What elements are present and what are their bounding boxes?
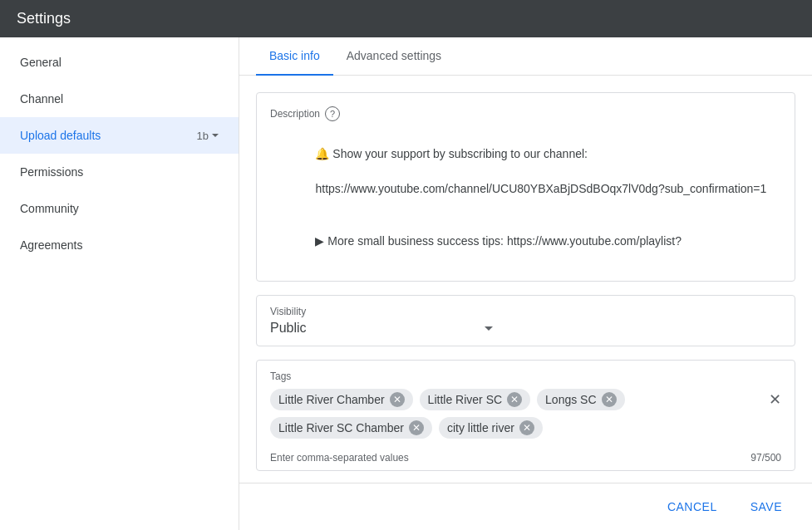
tag-remove-button[interactable]: ✕ [409, 420, 424, 435]
sidebar-item-label: Upload defaults [20, 129, 101, 142]
tag-label: city little river [447, 421, 514, 434]
tag-chip: city little river ✕ [439, 417, 543, 439]
save-button[interactable]: SAVE [737, 493, 795, 520]
tag-remove-button[interactable]: ✕ [519, 420, 534, 435]
dialog-footer: CANCEL SAVE [239, 483, 812, 530]
description-text[interactable]: 🔔 Show your support by subscribing to ou… [270, 128, 781, 267]
settings-dialog: Settings General Channel Upload defaults… [0, 0, 812, 530]
sidebar-item-permissions[interactable]: Permissions [0, 154, 239, 190]
dialog-body: General Channel Upload defaults 1b Permi… [0, 37, 812, 530]
description-label: Description ? [270, 106, 781, 121]
sidebar-item-upload-defaults[interactable]: Upload defaults 1b [0, 117, 239, 154]
tags-hint-text: Enter comma-separated values [270, 452, 409, 464]
tabs-bar: Basic info Advanced settings [239, 37, 812, 76]
sidebar-item-agreements[interactable]: Agreements [0, 227, 239, 263]
visibility-selected: Public [270, 321, 307, 336]
sidebar-item-label: Agreements [20, 238, 82, 252]
sidebar-item-label: Community [20, 202, 79, 215]
tag-chip: Longs SC ✕ [537, 389, 624, 410]
sidebar-item-community[interactable]: Community [0, 190, 239, 227]
help-icon[interactable]: ? [325, 106, 340, 121]
visibility-label: Visibility [270, 306, 493, 317]
tag-chip: Little River SC Chamber ✕ [270, 417, 432, 439]
tag-chip: Little River SC ✕ [420, 389, 530, 410]
tag-label: Little River SC [428, 393, 502, 406]
tags-body: Little River Chamber ✕ Little River SC ✕… [257, 389, 795, 449]
tab-advanced-settings-label: Advanced settings [347, 49, 441, 62]
chevron-down-icon [212, 134, 219, 137]
sidebar-item-label: General [20, 56, 62, 69]
tab-advanced-settings[interactable]: Advanced settings [333, 37, 455, 76]
sidebar-item-channel[interactable]: Channel [0, 81, 239, 117]
content-area: Description ? 🔔 Show your support by sub… [239, 76, 812, 483]
sidebar-item-label: Permissions [20, 165, 83, 179]
tag-chip: Little River Chamber ✕ [270, 389, 413, 410]
sidebar: General Channel Upload defaults 1b Permi… [0, 37, 239, 530]
badge-value: 1b [197, 130, 209, 142]
cancel-button[interactable]: CANCEL [654, 493, 731, 520]
upload-defaults-badge: 1b [197, 130, 219, 142]
description-section: Description ? 🔔 Show your support by sub… [256, 92, 795, 282]
tag-remove-button[interactable]: ✕ [507, 392, 522, 407]
tag-label: Longs SC [545, 393, 596, 406]
tag-label: Little River SC Chamber [278, 421, 404, 434]
description-label-text: Description [270, 108, 320, 120]
dialog-header: Settings [0, 0, 812, 37]
tags-hint-bar: Enter comma-separated values 97/500 [257, 449, 795, 470]
dialog-title: Settings [17, 10, 71, 27]
tag-remove-button[interactable]: ✕ [390, 392, 405, 407]
tags-label: Tags [257, 361, 795, 389]
sidebar-item-general[interactable]: General [0, 44, 239, 81]
visibility-section: Visibility Public [256, 295, 795, 346]
tags-count: 97/500 [750, 452, 781, 464]
main-content: Basic info Advanced settings Description… [239, 37, 812, 530]
sidebar-item-label: Channel [20, 92, 63, 106]
tab-basic-info-label: Basic info [269, 49, 320, 62]
tab-basic-info[interactable]: Basic info [256, 37, 333, 76]
tags-clear-button[interactable]: ✕ [769, 390, 781, 409]
chevron-down-icon [485, 326, 493, 331]
visibility-value: Public [270, 321, 493, 336]
tags-section: Tags Little River Chamber ✕ Little River… [256, 360, 795, 471]
tag-label: Little River Chamber [278, 393, 385, 406]
tag-remove-button[interactable]: ✕ [602, 392, 617, 407]
visibility-dropdown[interactable]: Visibility Public [257, 296, 506, 346]
